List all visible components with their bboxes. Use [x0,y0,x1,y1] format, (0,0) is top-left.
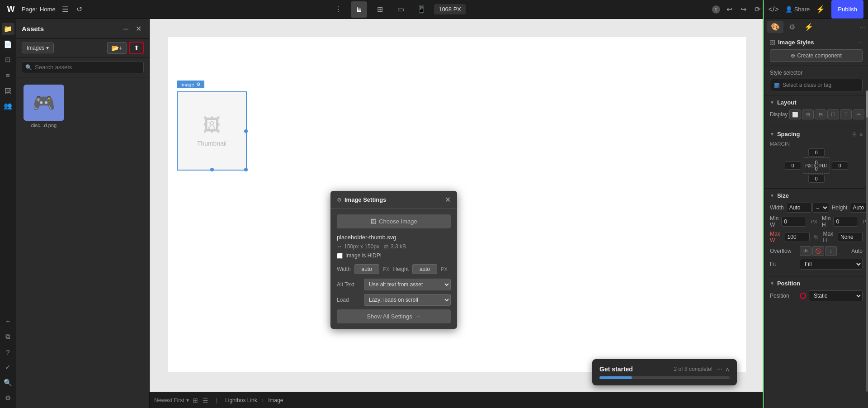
size-section-title[interactable]: ▼ Size [770,192,863,199]
tab-styles[interactable]: 🎨 [767,21,783,33]
layout-section-title[interactable]: ▼ Layout [770,99,863,106]
tab-interactions[interactable]: ⚡ [801,21,817,33]
display-flex-button[interactable]: ⊞ [802,109,814,119]
assets-minimize-button[interactable]: ─ [121,24,131,34]
file-size: ⚖ 3.3 kB [384,243,406,250]
display-block-button[interactable]: ⬜ [789,109,801,119]
max-h-label: Max H [823,231,835,243]
layout-view-button[interactable]: ⊞ [372,1,388,18]
height-label: Height [832,204,848,211]
notification-badge: 1 [712,5,720,14]
margin-right-input[interactable] [832,161,848,170]
tab-settings[interactable]: ⚙ [785,21,799,33]
grid-view-button[interactable]: ⊞ [191,396,200,405]
sidebar-icon-settings[interactable]: ⚙ [2,392,14,404]
spacing-arrow-icon: ▼ [770,132,774,137]
sidebar-icon-users[interactable]: 👥 [2,100,14,112]
publish-button[interactable]: Publish [831,0,863,19]
display-grid-button[interactable]: ⊟ [815,109,826,119]
margin-top-input[interactable] [808,148,825,157]
resize-handle-e[interactable] [244,129,248,133]
get-started-more-button[interactable]: ⋯ [716,365,722,373]
sidebar-icon-add[interactable]: ＋ [2,315,14,327]
resize-handle-se[interactable] [244,168,248,171]
display-inline-button[interactable]: ☐ [827,109,839,119]
display-text-button[interactable]: T [840,109,852,119]
style-selector-section: Style selector ▦ Select a class or tag [764,66,868,95]
position-section-title[interactable]: ▼ Position [770,280,863,287]
load-select[interactable]: Lazy: loads on scroll [364,294,451,306]
sort-button[interactable]: Newest First ▾ [154,397,189,403]
sidebar-icon-pages[interactable]: 📄 [2,38,14,51]
height-input[interactable] [412,264,437,274]
canvas-image-element[interactable]: Image ⚙ 🖼 Thumbnail [177,91,247,171]
list-view-button[interactable]: ☰ [201,396,210,405]
sidebar-icon-search[interactable]: 🔍 [2,376,14,389]
undo-button[interactable]: ↩ [725,3,734,15]
hidpi-checkbox[interactable] [337,253,343,259]
breadcrumb-item-image[interactable]: Image [265,396,286,404]
bolt-icon[interactable]: ⚡ [814,3,827,15]
three-dots-button[interactable]: ⋮ [330,1,346,18]
image-settings-modal: ⚙ Image Settings ✕ 🖼 Choose Image placeh… [330,191,457,329]
margin-left-input[interactable] [785,161,801,170]
image-settings-gear-icon[interactable]: ⚙ [196,81,201,87]
history-button[interactable]: ↺ [75,3,84,15]
sidebar-icon-components[interactable]: ⊡ [2,53,14,66]
height-input[interactable] [850,203,868,213]
width-unit-select[interactable]: – [812,203,829,213]
desktop-view-button[interactable]: 🖥 [351,1,367,18]
get-started-collapse-button[interactable]: ∧ [725,365,730,373]
sidebar-icon-assets[interactable]: 📁 [2,23,14,35]
upload-button[interactable]: ⬆ [129,42,144,54]
redo-button[interactable]: ↪ [739,3,748,15]
more-tabs-button[interactable]: ⋯ [859,24,865,30]
margin-label: MARGIN [770,141,863,147]
display-custom-button[interactable]: ✏ [853,109,864,119]
min-w-input[interactable] [781,217,806,227]
mobile-view-button[interactable]: 📱 [413,1,429,18]
alt-text-select[interactable]: Use alt text from asset [364,279,451,290]
choose-image-button[interactable]: 🖼 Choose Image [337,214,451,228]
overflow-hidden-button[interactable]: 🚫 [812,246,824,256]
style-selector-input[interactable]: ▦ Select a class or tag [770,79,863,91]
padding-left-input[interactable] [804,162,814,169]
page-menu-button[interactable]: ☰ [60,3,70,15]
image-settings-body: 🖼 Choose Image placeholder-thumb.svg ↔ 1… [330,209,457,329]
image-styles-more-button[interactable]: ··· [858,39,863,46]
assets-close-button[interactable]: ✕ [133,24,144,34]
max-w-input[interactable] [785,232,810,242]
max-h-input[interactable] [838,232,863,242]
sidebar-icon-styles[interactable]: ≡ [2,69,14,81]
position-select[interactable]: Static [809,290,863,301]
refresh-button[interactable]: ⟳ [753,3,762,15]
show-all-settings-button[interactable]: Show All Settings → [337,309,451,323]
resize-handle-s[interactable] [210,168,214,171]
breadcrumb-item-lightbox[interactable]: Lightbox Link [222,396,260,404]
add-folder-button[interactable]: 📂+ [107,42,127,54]
bottom-bar: Newest First ▾ ⊞ ☰ | Lightbox Link › Ima… [150,392,764,408]
spacing-section-title[interactable]: ▼ Spacing ⊞ ≡ [770,131,863,138]
code-button[interactable]: </> [767,4,781,15]
min-h-input[interactable] [833,217,858,227]
share-button[interactable]: 👤 Share [785,6,810,13]
sidebar-icon-layers[interactable]: ⧉ [2,330,14,343]
width-input[interactable] [787,203,811,213]
sidebar-icon-help[interactable]: ? [2,346,14,358]
list-item[interactable]: 🎮 disc...d.png [24,85,69,128]
width-input[interactable] [354,264,379,274]
image-settings-close-button[interactable]: ✕ [445,195,451,204]
tablet-landscape-button[interactable]: ▭ [392,1,409,18]
canvas-area[interactable]: Image ⚙ 🖼 Thumbnail ⚙ Image Settings ✕ 🖼 [150,19,764,408]
sidebar-icon-check[interactable]: ✓ [2,361,14,374]
overflow-visible-button[interactable]: 👁 [800,246,811,256]
overflow-scroll-button[interactable]: ↕ [825,246,837,256]
margin-bottom-input[interactable] [808,175,825,183]
images-dropdown-button[interactable]: Images ▾ [22,43,54,53]
create-component-button[interactable]: ⊕ Create component [770,49,863,62]
sidebar-icon-media[interactable]: 🖼 [2,84,14,97]
padding-right-input[interactable] [819,162,829,169]
fit-select[interactable]: Fill [800,259,863,270]
search-input[interactable] [22,61,144,73]
selector-icon: ▦ [774,81,780,89]
